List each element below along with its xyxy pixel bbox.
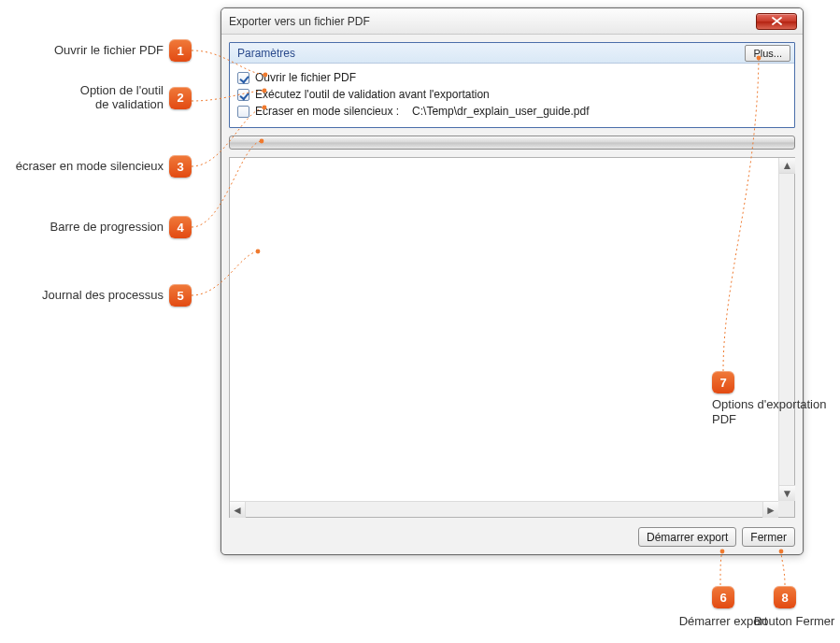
dialog-button-bar: Démarrer export Fermer — [229, 525, 795, 547]
callout-8-text: Bouton Fermer — [747, 614, 840, 628]
silent-overwrite-row: Ecraser en mode silencieux : C:\Temp\dr_… — [237, 103, 787, 120]
callout-7: 7 Options d'exportation PDF — [712, 371, 832, 426]
open-pdf-label: Ouvrir le fichier PDF — [255, 71, 356, 84]
scroll-right-arrow-icon[interactable]: ► — [762, 502, 778, 518]
callout-1-text: Ouvrir le fichier PDF — [54, 44, 169, 58]
parameters-header: Paramètres Plus... — [230, 43, 794, 64]
window-close-button[interactable] — [756, 13, 797, 30]
callout-3: écraser en mode silencieux 3 — [0, 155, 192, 178]
scroll-down-arrow-icon[interactable]: ▼ — [779, 485, 795, 501]
progress-bar — [229, 136, 795, 150]
close-button[interactable]: Fermer — [742, 527, 795, 547]
callout-marker-3: 3 — [169, 155, 192, 178]
callout-marker-5: 5 — [169, 284, 192, 307]
callout-7-text: Options d'exportation PDF — [712, 397, 832, 426]
callout-5: Journal des processus 5 — [0, 284, 192, 307]
callout-marker-1: 1 — [169, 39, 192, 62]
parameters-label: Paramètres — [237, 47, 745, 60]
callout-4: Barre de progression 4 — [0, 216, 192, 238]
callout-1: Ouvrir le fichier PDF 1 — [0, 39, 192, 62]
title-bar: Exporter vers un fichier PDF — [221, 8, 803, 35]
callout-marker-7: 7 — [712, 371, 734, 393]
dialog-title: Exporter vers un fichier PDF — [229, 15, 756, 28]
horizontal-scrollbar[interactable]: ◄ ► — [230, 501, 778, 517]
export-pdf-dialog: Exporter vers un fichier PDF Paramètres … — [221, 7, 804, 555]
vertical-scrollbar[interactable]: ▲ ▼ — [778, 158, 794, 501]
scroll-up-arrow-icon[interactable]: ▲ — [779, 158, 795, 174]
close-icon — [772, 17, 782, 25]
validate-tool-row: Exécutez l'outil de validation avant l'e… — [237, 86, 787, 103]
callout-marker-8: 8 — [774, 586, 796, 608]
process-log-area: ▲ ▼ ◄ ► — [229, 157, 795, 518]
scroll-corner — [778, 501, 794, 517]
callout-4-text: Barre de progression — [50, 221, 169, 235]
validate-tool-checkbox[interactable] — [237, 89, 249, 101]
parameters-panel: Paramètres Plus... Ouvrir le fichier PDF… — [229, 42, 795, 128]
callout-marker-6: 6 — [712, 586, 734, 608]
silent-overwrite-label: Ecraser en mode silencieux : — [255, 105, 399, 118]
scroll-left-arrow-icon[interactable]: ◄ — [230, 502, 246, 518]
open-pdf-row: Ouvrir le fichier PDF — [237, 69, 787, 86]
callout-marker-4: 4 — [169, 216, 192, 238]
callout-2-text: Option de l'outilde validation — [80, 84, 169, 112]
validate-tool-label: Exécutez l'outil de validation avant l'e… — [255, 88, 490, 101]
output-path-text: C:\Temp\dr_explain_user_guide.pdf — [412, 105, 589, 118]
more-options-button[interactable]: Plus... — [745, 45, 790, 62]
callout-8: 8 Bouton Fermer — [747, 586, 840, 628]
silent-overwrite-checkbox[interactable] — [237, 106, 249, 118]
callout-2: Option de l'outilde validation 2 — [0, 84, 192, 112]
callout-5-text: Journal des processus — [42, 289, 169, 303]
callout-3-text: écraser en mode silencieux — [16, 160, 169, 174]
open-pdf-checkbox[interactable] — [237, 72, 249, 84]
start-export-button[interactable]: Démarrer export — [638, 527, 736, 547]
callout-marker-2: 2 — [169, 87, 192, 109]
